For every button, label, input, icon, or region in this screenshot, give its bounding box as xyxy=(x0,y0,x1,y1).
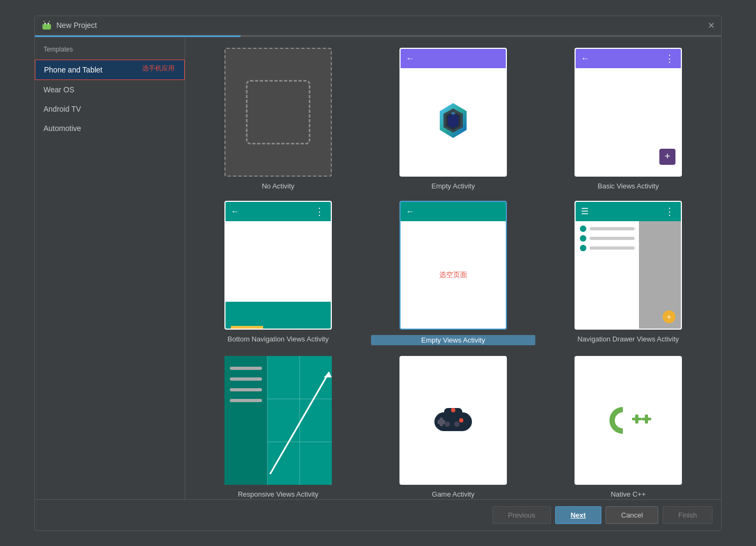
svg-line-4 xyxy=(43,21,45,22)
android-logo-icon xyxy=(41,21,52,30)
sidebar-item-automotive[interactable]: Automotive xyxy=(35,119,185,138)
android-tv-label: Android TV xyxy=(43,105,81,113)
bottom-nav-label: Bottom Navigation Views Activity xyxy=(228,335,329,343)
drawer-item-2 xyxy=(580,235,635,242)
template-cpp[interactable]: Native C++ xyxy=(546,356,710,498)
drawer-circle-3 xyxy=(580,245,586,251)
drawer-overlay: + xyxy=(639,221,681,329)
dialog-title: New Project xyxy=(56,21,97,30)
empty-activity-label: Empty Activity xyxy=(432,182,475,190)
svg-rect-32 xyxy=(635,414,638,424)
basic-views-body: + xyxy=(576,68,681,176)
finish-button[interactable]: Finish xyxy=(663,506,713,524)
title-bar: New Project ✕ xyxy=(35,16,721,35)
dialog-body: Templates Phone and Tablet 选手机应用 Wear OS… xyxy=(35,37,721,499)
svg-point-27 xyxy=(459,418,463,423)
empty-views-preview: ← 选空页面 xyxy=(399,201,507,330)
basic-views-appbar: ← ⋮ xyxy=(576,49,681,68)
bottom-nav-body xyxy=(226,221,331,302)
template-no-activity[interactable]: No Activity xyxy=(196,48,360,190)
game-preview xyxy=(399,356,507,485)
android-svg-container xyxy=(401,68,506,176)
template-game[interactable]: Game Activity xyxy=(371,356,535,498)
nav-drawer-preview: ☰ ⋮ xyxy=(575,201,682,330)
back-icon-4: ← xyxy=(406,207,415,216)
chart-preview xyxy=(224,356,332,485)
nav-indicator xyxy=(231,326,263,329)
drawer-circle-2 xyxy=(580,235,586,242)
template-basic-views[interactable]: ← ⋮ + Basic Views Activity xyxy=(546,48,710,190)
new-project-dialog: New Project ✕ Templates Phone and Tablet… xyxy=(34,16,722,531)
drawer-circle-1 xyxy=(580,225,586,232)
dialog-footer: Previous Next Cancel Finish xyxy=(35,499,721,530)
menu-icon-3: ☰ xyxy=(581,206,588,216)
svg-line-5 xyxy=(49,21,50,22)
back-icon-2: ← xyxy=(581,54,590,63)
no-activity-label: No Activity xyxy=(262,182,295,190)
empty-views-hint: 选空页面 xyxy=(439,270,467,280)
svg-point-2 xyxy=(45,23,46,25)
previous-button[interactable]: Previous xyxy=(492,506,551,524)
sidebar: Templates Phone and Tablet 选手机应用 Wear OS… xyxy=(35,37,185,499)
phone-tablet-wrapper: Phone and Tablet 选手机应用 xyxy=(35,60,185,80)
dots-icon: ⋮ xyxy=(665,206,675,217)
empty-activity-appbar: ← xyxy=(401,49,506,68)
game-icon-container xyxy=(401,357,506,484)
next-button[interactable]: Next xyxy=(555,506,601,524)
chart-bg xyxy=(224,356,332,485)
nav-drawer-body: + xyxy=(576,221,681,329)
template-empty-activity[interactable]: ← xyxy=(371,48,535,190)
svg-point-28 xyxy=(445,421,450,427)
svg-point-3 xyxy=(48,23,49,25)
drawer-item-1 xyxy=(580,225,635,232)
empty-views-body: 选空页面 xyxy=(401,221,506,329)
sidebar-header: Templates xyxy=(35,46,185,60)
template-bottom-nav[interactable]: ← ⋮ Bottom Navigation Views Activity xyxy=(196,201,360,345)
drawer-line-1 xyxy=(590,227,635,230)
dashed-box xyxy=(246,80,310,144)
svg-rect-19 xyxy=(230,367,262,370)
phone-tablet-label: Phone and Tablet xyxy=(44,65,103,74)
red-hint-label: 选手机应用 xyxy=(142,64,175,73)
svg-point-30 xyxy=(451,408,455,412)
game-label: Game Activity xyxy=(432,490,474,498)
wear-os-label: Wear OS xyxy=(43,85,74,94)
automotive-label: Automotive xyxy=(43,124,81,133)
cpp-icon-container xyxy=(576,357,681,484)
plus-fab: + xyxy=(659,149,675,165)
bottom-nav-preview: ← ⋮ xyxy=(224,201,332,330)
bottom-nav-bar xyxy=(226,302,331,329)
empty-views-appbar: ← xyxy=(401,202,506,221)
template-chart[interactable]: Responsive Views Activity xyxy=(196,356,360,498)
back-icon: ← xyxy=(406,54,415,63)
svg-rect-22 xyxy=(230,399,262,402)
empty-activity-preview: ← xyxy=(399,48,507,177)
sidebar-items: Phone and Tablet 选手机应用 Wear OS Android T… xyxy=(35,60,185,138)
svg-rect-20 xyxy=(230,377,262,381)
drawer-line-2 xyxy=(590,237,635,240)
sidebar-item-android-tv[interactable]: Android TV xyxy=(35,99,185,119)
template-nav-drawer[interactable]: ☰ ⋮ xyxy=(546,201,710,345)
template-empty-views[interactable]: ← 选空页面 Empty Views Activity xyxy=(371,201,535,345)
close-button[interactable]: ✕ xyxy=(708,20,715,31)
menu-icon-2: ⋮ xyxy=(315,206,325,217)
svg-rect-12 xyxy=(224,356,267,485)
basic-views-label: Basic Views Activity xyxy=(598,182,659,190)
bottom-nav-appbar: ← ⋮ xyxy=(226,202,331,221)
cpp-preview xyxy=(575,356,682,485)
basic-views-preview: ← ⋮ + xyxy=(575,48,682,177)
drawer-line-3 xyxy=(590,246,635,250)
drawer-panel xyxy=(576,221,639,329)
chart-label: Responsive Views Activity xyxy=(238,490,318,498)
back-icon-3: ← xyxy=(231,207,239,216)
svg-rect-34 xyxy=(645,414,648,424)
cancel-button[interactable]: Cancel xyxy=(606,506,658,524)
svg-rect-26 xyxy=(438,420,445,424)
empty-views-label: Empty Views Activity xyxy=(371,335,535,345)
svg-point-29 xyxy=(454,421,460,427)
svg-rect-21 xyxy=(230,388,262,391)
drawer-item-3 xyxy=(580,245,635,251)
sidebar-item-wear-os[interactable]: Wear OS xyxy=(35,80,185,99)
cpp-label: Native C++ xyxy=(610,490,645,498)
svg-rect-1 xyxy=(42,24,51,28)
